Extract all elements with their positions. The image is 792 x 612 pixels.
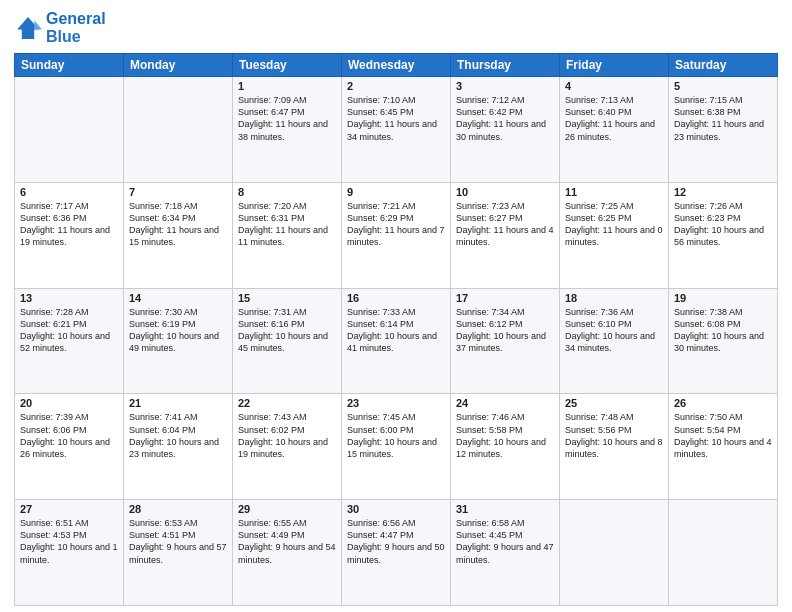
calendar-cell: 23Sunrise: 7:45 AMSunset: 6:00 PMDayligh…	[342, 394, 451, 500]
day-number: 16	[347, 292, 445, 304]
day-info: Sunrise: 7:21 AMSunset: 6:29 PMDaylight:…	[347, 200, 445, 249]
weekday-header: Sunday	[15, 54, 124, 77]
logo-text: General Blue	[46, 10, 106, 45]
day-number: 26	[674, 397, 772, 409]
weekday-header: Saturday	[669, 54, 778, 77]
calendar-cell: 9Sunrise: 7:21 AMSunset: 6:29 PMDaylight…	[342, 182, 451, 288]
day-info: Sunrise: 7:26 AMSunset: 6:23 PMDaylight:…	[674, 200, 772, 249]
day-number: 7	[129, 186, 227, 198]
weekday-header: Monday	[124, 54, 233, 77]
weekday-header: Wednesday	[342, 54, 451, 77]
day-info: Sunrise: 7:20 AMSunset: 6:31 PMDaylight:…	[238, 200, 336, 249]
day-info: Sunrise: 7:38 AMSunset: 6:08 PMDaylight:…	[674, 306, 772, 355]
day-info: Sunrise: 6:58 AMSunset: 4:45 PMDaylight:…	[456, 517, 554, 566]
day-info: Sunrise: 7:28 AMSunset: 6:21 PMDaylight:…	[20, 306, 118, 355]
calendar-cell: 11Sunrise: 7:25 AMSunset: 6:25 PMDayligh…	[560, 182, 669, 288]
day-number: 9	[347, 186, 445, 198]
calendar-cell: 10Sunrise: 7:23 AMSunset: 6:27 PMDayligh…	[451, 182, 560, 288]
calendar-cell: 7Sunrise: 7:18 AMSunset: 6:34 PMDaylight…	[124, 182, 233, 288]
calendar-container: General Blue SundayMondayTuesdayWednesda…	[0, 0, 792, 612]
day-number: 20	[20, 397, 118, 409]
calendar-cell: 1Sunrise: 7:09 AMSunset: 6:47 PMDaylight…	[233, 77, 342, 183]
day-info: Sunrise: 7:17 AMSunset: 6:36 PMDaylight:…	[20, 200, 118, 249]
calendar-cell: 12Sunrise: 7:26 AMSunset: 6:23 PMDayligh…	[669, 182, 778, 288]
calendar-cell	[560, 500, 669, 606]
weekday-header: Friday	[560, 54, 669, 77]
day-info: Sunrise: 6:55 AMSunset: 4:49 PMDaylight:…	[238, 517, 336, 566]
day-number: 15	[238, 292, 336, 304]
day-info: Sunrise: 7:45 AMSunset: 6:00 PMDaylight:…	[347, 411, 445, 460]
day-number: 27	[20, 503, 118, 515]
day-info: Sunrise: 7:43 AMSunset: 6:02 PMDaylight:…	[238, 411, 336, 460]
day-number: 14	[129, 292, 227, 304]
day-info: Sunrise: 7:12 AMSunset: 6:42 PMDaylight:…	[456, 94, 554, 143]
day-number: 17	[456, 292, 554, 304]
calendar-week: 20Sunrise: 7:39 AMSunset: 6:06 PMDayligh…	[15, 394, 778, 500]
day-number: 4	[565, 80, 663, 92]
day-info: Sunrise: 7:25 AMSunset: 6:25 PMDaylight:…	[565, 200, 663, 249]
svg-marker-1	[34, 20, 42, 29]
calendar-week: 1Sunrise: 7:09 AMSunset: 6:47 PMDaylight…	[15, 77, 778, 183]
calendar-cell: 6Sunrise: 7:17 AMSunset: 6:36 PMDaylight…	[15, 182, 124, 288]
calendar-cell: 8Sunrise: 7:20 AMSunset: 6:31 PMDaylight…	[233, 182, 342, 288]
calendar-cell	[15, 77, 124, 183]
calendar-cell: 19Sunrise: 7:38 AMSunset: 6:08 PMDayligh…	[669, 288, 778, 394]
day-number: 18	[565, 292, 663, 304]
calendar-week: 27Sunrise: 6:51 AMSunset: 4:53 PMDayligh…	[15, 500, 778, 606]
calendar-cell: 28Sunrise: 6:53 AMSunset: 4:51 PMDayligh…	[124, 500, 233, 606]
day-info: Sunrise: 6:53 AMSunset: 4:51 PMDaylight:…	[129, 517, 227, 566]
calendar-cell: 31Sunrise: 6:58 AMSunset: 4:45 PMDayligh…	[451, 500, 560, 606]
day-number: 3	[456, 80, 554, 92]
day-info: Sunrise: 7:30 AMSunset: 6:19 PMDaylight:…	[129, 306, 227, 355]
weekday-header: Tuesday	[233, 54, 342, 77]
day-info: Sunrise: 7:13 AMSunset: 6:40 PMDaylight:…	[565, 94, 663, 143]
day-info: Sunrise: 7:18 AMSunset: 6:34 PMDaylight:…	[129, 200, 227, 249]
calendar-cell: 24Sunrise: 7:46 AMSunset: 5:58 PMDayligh…	[451, 394, 560, 500]
day-info: Sunrise: 7:41 AMSunset: 6:04 PMDaylight:…	[129, 411, 227, 460]
calendar-week: 6Sunrise: 7:17 AMSunset: 6:36 PMDaylight…	[15, 182, 778, 288]
calendar-cell: 25Sunrise: 7:48 AMSunset: 5:56 PMDayligh…	[560, 394, 669, 500]
day-info: Sunrise: 7:15 AMSunset: 6:38 PMDaylight:…	[674, 94, 772, 143]
header: General Blue	[14, 10, 778, 45]
calendar-cell: 5Sunrise: 7:15 AMSunset: 6:38 PMDaylight…	[669, 77, 778, 183]
calendar-header: SundayMondayTuesdayWednesdayThursdayFrid…	[15, 54, 778, 77]
day-number: 21	[129, 397, 227, 409]
calendar-cell: 13Sunrise: 7:28 AMSunset: 6:21 PMDayligh…	[15, 288, 124, 394]
day-number: 2	[347, 80, 445, 92]
day-info: Sunrise: 7:31 AMSunset: 6:16 PMDaylight:…	[238, 306, 336, 355]
logo: General Blue	[14, 10, 106, 45]
day-number: 28	[129, 503, 227, 515]
calendar-cell: 2Sunrise: 7:10 AMSunset: 6:45 PMDaylight…	[342, 77, 451, 183]
day-info: Sunrise: 7:39 AMSunset: 6:06 PMDaylight:…	[20, 411, 118, 460]
calendar-cell: 26Sunrise: 7:50 AMSunset: 5:54 PMDayligh…	[669, 394, 778, 500]
day-number: 11	[565, 186, 663, 198]
day-number: 13	[20, 292, 118, 304]
calendar-cell: 22Sunrise: 7:43 AMSunset: 6:02 PMDayligh…	[233, 394, 342, 500]
calendar-cell: 16Sunrise: 7:33 AMSunset: 6:14 PMDayligh…	[342, 288, 451, 394]
day-info: Sunrise: 7:09 AMSunset: 6:47 PMDaylight:…	[238, 94, 336, 143]
calendar-cell: 29Sunrise: 6:55 AMSunset: 4:49 PMDayligh…	[233, 500, 342, 606]
weekday-row: SundayMondayTuesdayWednesdayThursdayFrid…	[15, 54, 778, 77]
day-info: Sunrise: 7:10 AMSunset: 6:45 PMDaylight:…	[347, 94, 445, 143]
day-number: 31	[456, 503, 554, 515]
day-number: 6	[20, 186, 118, 198]
day-number: 30	[347, 503, 445, 515]
day-number: 22	[238, 397, 336, 409]
day-number: 10	[456, 186, 554, 198]
day-number: 23	[347, 397, 445, 409]
calendar-cell: 30Sunrise: 6:56 AMSunset: 4:47 PMDayligh…	[342, 500, 451, 606]
calendar-cell: 17Sunrise: 7:34 AMSunset: 6:12 PMDayligh…	[451, 288, 560, 394]
calendar-cell: 4Sunrise: 7:13 AMSunset: 6:40 PMDaylight…	[560, 77, 669, 183]
day-info: Sunrise: 7:34 AMSunset: 6:12 PMDaylight:…	[456, 306, 554, 355]
calendar-cell: 27Sunrise: 6:51 AMSunset: 4:53 PMDayligh…	[15, 500, 124, 606]
day-info: Sunrise: 6:51 AMSunset: 4:53 PMDaylight:…	[20, 517, 118, 566]
calendar-cell	[669, 500, 778, 606]
day-info: Sunrise: 7:36 AMSunset: 6:10 PMDaylight:…	[565, 306, 663, 355]
day-info: Sunrise: 7:50 AMSunset: 5:54 PMDaylight:…	[674, 411, 772, 460]
day-number: 29	[238, 503, 336, 515]
calendar-week: 13Sunrise: 7:28 AMSunset: 6:21 PMDayligh…	[15, 288, 778, 394]
day-number: 24	[456, 397, 554, 409]
calendar-cell	[124, 77, 233, 183]
day-number: 25	[565, 397, 663, 409]
calendar-cell: 21Sunrise: 7:41 AMSunset: 6:04 PMDayligh…	[124, 394, 233, 500]
